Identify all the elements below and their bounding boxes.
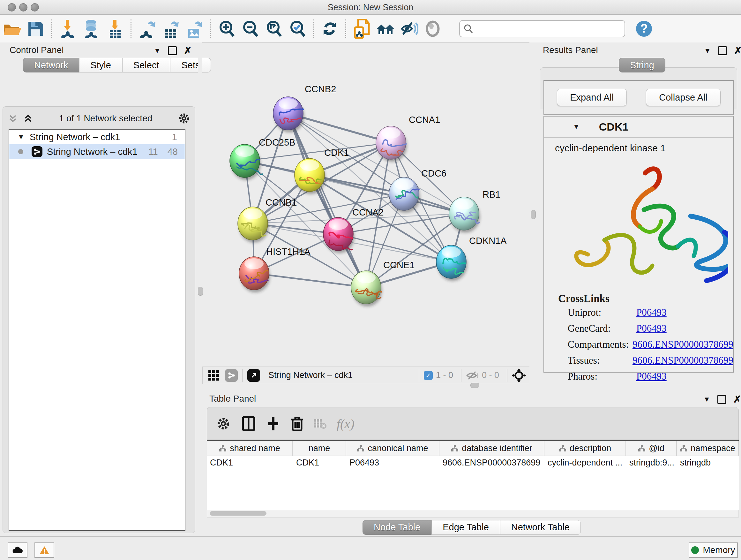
table-cell[interactable]: stringdb:9... <box>626 456 677 469</box>
refresh-icon[interactable] <box>320 19 340 39</box>
tab-style[interactable]: Style <box>79 58 122 72</box>
column-header-database-identifier[interactable]: database identifier <box>440 441 544 455</box>
table-cell[interactable]: 9606.ENSP00000378699 <box>440 456 544 469</box>
scrollbar-thumb[interactable] <box>210 511 266 516</box>
network-node-HIST1H1A[interactable]: HIST1H1A <box>239 246 311 293</box>
zoom-in-icon[interactable] <box>217 19 237 39</box>
hidden-eye-icon[interactable] <box>466 370 479 381</box>
cloud-status-button[interactable] <box>8 543 27 558</box>
column-header-name[interactable]: name <box>293 441 346 455</box>
table-options-gear-icon[interactable] <box>216 416 231 431</box>
open-in-new-window-icon[interactable] <box>247 369 260 382</box>
search-field[interactable] <box>459 20 625 37</box>
table-cell[interactable]: cyclin-dependent ... <box>544 456 626 469</box>
crosslink-link[interactable]: 9606.ENSP00000378699 <box>632 339 733 350</box>
warnings-button[interactable] <box>35 543 54 558</box>
grid-view-icon[interactable] <box>208 369 220 381</box>
tab-edge-table[interactable]: Edge Table <box>431 520 500 535</box>
network-edge[interactable] <box>254 273 366 287</box>
export-network-icon[interactable] <box>137 19 157 39</box>
panel-menu-icon[interactable]: ▼ <box>704 47 711 55</box>
search-input[interactable] <box>473 23 621 34</box>
network-edge[interactable] <box>288 113 366 287</box>
crosslink-link[interactable]: P06493 <box>636 307 667 318</box>
import-network-from-database-icon[interactable] <box>81 19 101 39</box>
function-builder-icon[interactable]: f(x) <box>337 416 354 431</box>
table-cell[interactable]: CDK1 <box>293 456 346 469</box>
open-session-icon[interactable] <box>2 19 22 39</box>
crosslink-link[interactable]: P06493 <box>636 371 667 382</box>
zoom-selected-icon[interactable] <box>287 19 307 39</box>
close-panel-icon[interactable]: ✗ <box>184 47 192 54</box>
import-table-from-file-icon[interactable] <box>105 19 125 39</box>
collapse-all-button[interactable]: Collapse All <box>646 89 721 106</box>
network-node-CCNA1[interactable]: CCNA1 <box>376 115 440 162</box>
collapse-all-networks-icon[interactable] <box>7 113 18 124</box>
table-row[interactable]: CDK1CDK1P064939606.ENSP00000378699cyclin… <box>207 456 739 469</box>
network-node-RB1[interactable]: RB1 <box>449 189 500 233</box>
import-network-from-file-icon[interactable] <box>58 19 77 39</box>
collection-expander-icon[interactable]: ▼ <box>17 133 24 141</box>
save-session-icon[interactable] <box>25 19 45 39</box>
table-body: CDK1CDK1P064939606.ENSP00000378699cyclin… <box>207 456 739 469</box>
zoom-out-icon[interactable] <box>240 19 260 39</box>
tab-select[interactable]: Select <box>122 58 171 72</box>
crosslink-link[interactable]: 9606.ENSP00000378699 <box>632 355 733 366</box>
column-header-canonical-name[interactable]: canonical name <box>346 441 440 455</box>
close-panel-icon[interactable]: ✗ <box>733 396 741 403</box>
delete-table-icon[interactable] <box>313 418 327 429</box>
panel-splitter-left[interactable] <box>198 43 202 537</box>
column-header--id[interactable]: @id <box>626 441 677 455</box>
export-table-icon[interactable] <box>161 19 181 39</box>
float-panel-icon[interactable] <box>718 395 726 404</box>
lens-icon[interactable] <box>423 19 443 39</box>
table-cell[interactable]: P06493 <box>346 456 440 469</box>
tab-string[interactable]: String <box>619 58 665 72</box>
float-panel-icon[interactable] <box>168 46 177 55</box>
tab-node-table[interactable]: Node Table <box>362 520 431 535</box>
crosslink-link[interactable]: P06493 <box>636 323 667 334</box>
home-icon[interactable] <box>376 19 395 39</box>
results-buttons-box: Expand All Collapse All <box>543 80 734 115</box>
tab-network[interactable]: Network <box>23 58 79 72</box>
memory-button[interactable]: Memory <box>689 543 738 558</box>
birdseye-navigator-icon[interactable] <box>512 368 526 382</box>
entry-expander-icon[interactable]: ▼ <box>573 123 580 131</box>
table-cell[interactable]: stringdb <box>677 456 739 469</box>
float-panel-icon[interactable] <box>718 46 727 55</box>
show-columns-icon[interactable] <box>242 416 256 432</box>
network-options-gear-icon[interactable] <box>178 112 191 125</box>
network-node-CDKN1A[interactable]: CDKN1A <box>436 236 507 281</box>
network-node-CCNA2[interactable]: CCNA2 <box>323 207 384 253</box>
create-column-icon[interactable] <box>266 416 280 431</box>
results-entry-header[interactable]: ▼ CDK1 <box>544 117 733 138</box>
delete-column-icon[interactable] <box>291 416 304 432</box>
splitter-grip[interactable] <box>531 210 536 219</box>
zoom-fit-icon[interactable] <box>264 19 284 39</box>
separator <box>461 369 461 382</box>
network-row[interactable]: String Network – cdk1 11 48 <box>9 144 185 159</box>
network-canvas[interactable]: CCNB2CCNA1CDC25BCDK1CDC6RB1CCNB1CCNA2CDK… <box>202 43 529 367</box>
expand-all-networks-icon[interactable] <box>23 113 33 124</box>
tab-network-table[interactable]: Network Table <box>500 520 581 535</box>
column-header-description[interactable]: description <box>544 441 626 455</box>
close-panel-icon[interactable]: ✗ <box>734 47 741 54</box>
network-node-CCNB1[interactable]: CCNB1 <box>238 197 297 243</box>
table-cell[interactable]: CDK1 <box>207 456 293 469</box>
column-header-namespace[interactable]: namespace <box>677 441 739 455</box>
expand-all-button[interactable]: Expand All <box>557 89 627 106</box>
network-collection-row[interactable]: ▼ String Network – cdk1 1 <box>9 130 185 144</box>
panel-menu-icon[interactable]: ▼ <box>154 47 161 55</box>
network-share-icon[interactable] <box>225 369 238 382</box>
panel-menu-icon[interactable]: ▼ <box>703 395 711 403</box>
search-icon <box>464 24 473 34</box>
table-horizontal-scrollbar[interactable] <box>207 510 739 517</box>
splitter-grip[interactable] <box>470 383 479 388</box>
application-window: Session: New Session <box>0 0 741 560</box>
share-document-icon[interactable] <box>352 19 372 39</box>
hide-selected-eye-icon[interactable] <box>399 19 419 39</box>
selected-checkbox-icon[interactable]: ✓ <box>424 371 433 380</box>
help-icon[interactable]: ? <box>634 19 654 39</box>
column-header-shared-name[interactable]: shared name <box>207 441 293 455</box>
export-image-icon[interactable] <box>185 19 204 39</box>
